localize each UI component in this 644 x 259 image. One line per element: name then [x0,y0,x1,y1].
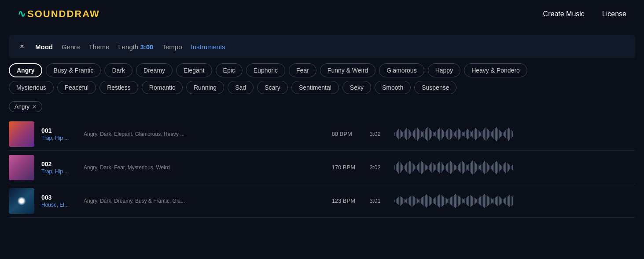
header: ∿ SOUNDDRAW Create Music License [0,0,644,28]
mood-tag-heavy-ponder[interactable]: Heavy & Ponderо [464,63,527,77]
mood-tag-angry[interactable]: Angry [9,63,42,77]
mood-tag-scary[interactable]: Scary [257,81,288,94]
tab-tempo[interactable]: Tempo [162,41,182,52]
waveform-bar [442,164,443,171]
mood-tag-epic[interactable]: Epic [216,63,243,77]
waveform-bar [482,196,482,206]
waveform-bar [492,164,493,171]
waveform-bar [421,131,422,137]
waveform-bar [451,130,452,138]
mood-tag-funny-weird[interactable]: Funny & Weird [320,63,375,77]
mood-tag-running[interactable]: Running [186,81,224,94]
waveform-bar [430,130,431,139]
mood-row-2: MysteriousPeacefulRestlessRomanticRunnin… [9,81,635,94]
mood-tag-euphoric[interactable]: Euphoric [246,63,285,77]
waveform-bar [476,199,477,203]
waveform-bar [414,165,415,170]
track-thumbnail [9,188,34,214]
mood-tag-elegant[interactable]: Elegant [176,63,212,77]
waveform-bar [470,131,471,137]
tab-instruments[interactable]: Instruments [191,41,225,52]
waveform-bar [472,131,473,138]
waveform-bar [471,196,472,206]
waveform-bar [455,165,456,170]
waveform-bar [503,199,504,203]
waveform-bar [401,164,402,171]
waveform-bar [474,129,475,139]
filter-close-button[interactable]: × [18,42,26,51]
mood-tag-restless[interactable]: Restless [99,81,138,94]
waveform-bar [418,164,419,171]
waveform-bar [480,197,481,205]
tab-mood[interactable]: Mood [35,41,53,52]
waveform-bar [451,197,452,205]
waveform-bar [458,196,459,206]
mood-tag-sentimental[interactable]: Sentimental [291,81,339,94]
filter-bar: × Mood Genre Theme Length 3:00 Tempo Ins… [9,35,635,58]
track-row[interactable]: 003House, El...Angry, Dark, Dreamy, Busy… [9,184,635,218]
header-nav: Create Music License [543,10,626,18]
track-tags: Angry, Dark, Fear, Mysterious, Weird [84,164,325,171]
waveform-bar [500,131,501,137]
waveform-bar [400,196,401,206]
waveform-bar [446,164,447,171]
mood-tag-peaceful[interactable]: Peaceful [57,81,96,94]
mood-tag-dreamy[interactable]: Dreamy [136,63,173,77]
mood-tag-glamorous[interactable]: Glamorous [379,63,424,77]
mood-tag-romantic[interactable]: Romantic [142,81,183,94]
waveform-bar [501,166,502,169]
waveform-bar [476,129,477,139]
waveform-bar [479,197,480,204]
waveform-bar [475,198,476,204]
mood-row-1: AngryBusy & FranticDarkDreamyElegantEpic… [9,63,635,77]
mood-tag-busy-frantic[interactable]: Busy & Frantic [46,63,101,77]
waveform-bar [405,164,406,171]
mood-tag-smooth[interactable]: Smooth [375,81,411,94]
waveform-bar [505,130,506,138]
nav-license[interactable]: License [602,10,626,18]
mood-tag-suspense[interactable]: Suspense [414,81,456,94]
waveform-bar [467,129,468,139]
track-waveform [394,125,636,143]
waveform-bar [483,130,484,139]
waveform-bar [453,131,453,137]
track-waveform [394,159,636,176]
waveform-bar [423,196,424,206]
waveform-bar [511,196,512,206]
waveform-bar [427,195,428,207]
mood-tag-dark[interactable]: Dark [104,63,132,77]
nav-create-music[interactable]: Create Music [543,10,585,18]
waveform-bar [478,165,478,170]
waveform-bar [458,128,459,140]
active-filter-remove[interactable]: ✕ [32,104,37,110]
mood-tag-fear[interactable]: Fear [289,63,316,77]
tab-theme[interactable]: Theme [89,41,110,52]
waveform-bar [507,197,508,205]
waveform-bar [433,163,434,172]
tab-genre[interactable]: Genre [62,41,80,52]
waveform-bar [441,195,442,207]
waveform-bar [496,127,497,141]
waveform-bar [410,161,411,174]
waveform-bar [493,198,494,204]
waveform-bar [454,164,455,171]
waveform-bar [404,166,405,169]
mood-tag-mysterious[interactable]: Mysterious [9,81,54,94]
mood-tag-sad[interactable]: Sad [228,81,254,94]
track-row[interactable]: 002Trap, Hip ...Angry, Dark, Fear, Myste… [9,151,635,184]
waveform-bar [454,132,455,136]
waveform-bar [484,128,485,140]
logo-rest: OUNDDRAW [35,8,100,19]
waveform-bar [431,131,432,137]
waveform-bar [425,129,426,139]
mood-tag-sexy[interactable]: Sexy [342,81,371,94]
waveform-bar [468,130,469,139]
track-row[interactable]: 001Trap, Hip ...Angry, Dark, Elegant, Gl… [9,117,635,151]
track-info: 001Trap, Hip ... [41,127,77,141]
waveform-bar [425,195,426,207]
active-filters: Angry ✕ [0,98,644,117]
tab-length[interactable]: Length 3:00 [118,41,153,52]
waveform-bar [450,197,451,204]
mood-tag-happy[interactable]: Happy [428,63,460,77]
waveform-bar [487,163,488,172]
